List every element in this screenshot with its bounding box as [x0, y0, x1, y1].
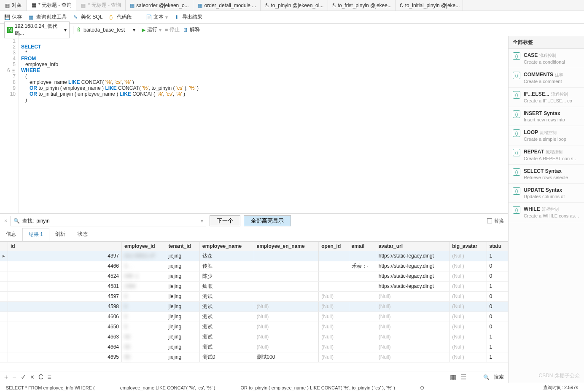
cell[interactable]: 测试 [199, 291, 254, 301]
snippet-item[interactable]: ()REPEAT流程控制Create A REPEAT con search_c… [509, 145, 584, 165]
x-icon[interactable]: × [30, 373, 34, 381]
cell[interactable]: jiejing [166, 271, 199, 281]
cell[interactable] [349, 322, 376, 332]
add-button[interactable]: + [4, 373, 8, 381]
cell[interactable]: 4695 [8, 352, 122, 362]
cell[interactable]: (Null) [376, 352, 449, 362]
chevron-down-icon[interactable]: ▾ [201, 218, 203, 224]
cell[interactable]: (Null) [376, 322, 449, 332]
cell[interactable]: (Null) [254, 301, 319, 311]
cell[interactable] [0, 281, 8, 291]
snippet-item[interactable]: ()INSERT SyntaxInsert new rows into [509, 107, 584, 126]
cell[interactable] [0, 342, 8, 352]
cell[interactable]: (Null) [449, 291, 487, 301]
cell[interactable]: 0 [487, 271, 508, 281]
col-tenant_id[interactable]: tenant_id [166, 242, 199, 251]
table-row[interactable]: 466300jiejing测试(Null)(Null)(Null)(Null)1 [0, 332, 508, 342]
tab-status[interactable]: 状态 [72, 228, 94, 241]
cell[interactable]: (Null) [449, 311, 487, 322]
cell[interactable] [349, 271, 376, 281]
cell[interactable]: 0 [487, 322, 508, 332]
cell[interactable]: 4466 [8, 261, 122, 271]
cell[interactable]: 0 [122, 301, 166, 311]
cell[interactable]: 传胜 [199, 261, 254, 271]
cell[interactable]: 测试 [199, 322, 254, 332]
cell[interactable]: 灿顺 [199, 281, 254, 291]
grid-view-icon[interactable]: ▦ [450, 373, 456, 381]
cell[interactable]: (Null) [254, 322, 319, 332]
col-ptr[interactable] [0, 242, 8, 251]
cell[interactable]: jiejing [166, 251, 199, 261]
cell[interactable] [0, 301, 8, 311]
table-row[interactable]: 4466 2. .jiejing传胜禾泰：-https://static-leg… [0, 261, 508, 271]
cell[interactable] [349, 301, 376, 311]
cell[interactable] [0, 261, 8, 271]
tab-order-detail[interactable]: ▦order_detail_module ... [193, 0, 261, 11]
explain-button[interactable]: 🗏解释 [183, 26, 200, 33]
export-button[interactable]: ⬇导出结果 [175, 13, 202, 21]
cell[interactable]: (Null) [449, 322, 487, 332]
cell[interactable] [254, 271, 319, 281]
snippet-item[interactable]: ()UPDATE SyntaxUpdates columns of [509, 184, 584, 203]
cell[interactable] [349, 251, 376, 261]
cell[interactable]: jiejing [166, 342, 199, 352]
cell[interactable]: (Null) [319, 332, 349, 342]
cell[interactable]: https://static-legacy.dingt [376, 251, 449, 261]
cell[interactable]: 测试 [199, 301, 254, 311]
snippet-item[interactable]: ()LOOP流程控制Create a simple loop [509, 126, 584, 145]
cell[interactable]: (Null) [376, 311, 449, 322]
code-block-button[interactable]: ()代码段 [109, 13, 132, 21]
cell[interactable] [0, 271, 8, 281]
tab-to-pinyin[interactable]: fₓto_pinyin @jekeen_ol... [261, 0, 328, 11]
cell[interactable]: 0 [487, 291, 508, 301]
check-icon[interactable]: ✓ [21, 373, 26, 381]
cell[interactable] [254, 281, 319, 291]
cell[interactable]: 049 .1 [122, 271, 166, 281]
cell[interactable]: 00 [122, 342, 166, 352]
tab-to-initial-pinyin[interactable]: fₓto_initial_pinyin @jeke... [396, 0, 463, 11]
cell[interactable]: (Null) [254, 311, 319, 322]
col-id[interactable]: id [8, 242, 122, 251]
cell[interactable]: 陈少 [199, 271, 254, 281]
cell[interactable]: https://static-legacy.dingt [376, 271, 449, 281]
cell[interactable]: (Null) [319, 291, 349, 301]
table-row[interactable]: 46500jiejing测试(Null)(Null)(Null)(Null)0 [0, 322, 508, 332]
cell[interactable]: 测试000 [254, 352, 319, 362]
col-open_id[interactable]: open_id [319, 242, 349, 251]
table-row[interactable]: 45970jiejing测试(Null)(Null)(Null)0 [0, 291, 508, 301]
cell[interactable] [349, 291, 376, 301]
cell[interactable]: 测试0 [199, 352, 254, 362]
cell[interactable]: (Null) [449, 271, 487, 281]
cell[interactable]: 4650 [8, 322, 122, 332]
beautify-button[interactable]: ✎美化 SQL [73, 13, 102, 21]
table-row[interactable]: 46060jiejing测试(Null)(Null)(Null)(Null)0 [0, 311, 508, 322]
cell[interactable] [319, 281, 349, 291]
highlight-all-button[interactable]: 全部高亮显示 [244, 215, 291, 226]
cell[interactable]: (Null) [449, 281, 487, 291]
cell[interactable] [319, 251, 349, 261]
cell[interactable]: 1 [487, 332, 508, 342]
cell[interactable]: (Null) [449, 301, 487, 311]
next-button[interactable]: 下一个 [210, 215, 240, 226]
col-statu[interactable]: statu [487, 242, 508, 251]
col-avatar_url[interactable]: avatar_url [376, 242, 449, 251]
cell[interactable]: 4606 [8, 311, 122, 322]
tab-objects[interactable]: ▦对象 [0, 0, 27, 11]
code-editor[interactable]: 123456 ⊟78910 SELECT * FROM employee_inf… [0, 36, 508, 213]
cell[interactable]: jiejing [166, 352, 199, 362]
tab-saleorder[interactable]: ▦saleorder @jekeen_o... [126, 0, 193, 11]
save-button[interactable]: 💾保存 [4, 13, 22, 21]
close-icon[interactable]: × [4, 218, 7, 224]
cell[interactable]: 1 [487, 342, 508, 352]
cell[interactable]: jiejing [166, 291, 199, 301]
tab-query-gray[interactable]: ▦* 无标题 - 查询 [76, 0, 126, 11]
cell[interactable]: ▸ [0, 251, 8, 261]
run-button[interactable]: ▶运行 ▾ [142, 26, 161, 33]
snippet-item[interactable]: ()IF...ELSE...流程控制Create a IF...ELSE... … [509, 88, 584, 107]
cell[interactable]: (Null) [449, 261, 487, 271]
cell[interactable]: 0 [487, 311, 508, 322]
cell[interactable] [254, 291, 319, 301]
cell[interactable]: (Null) [254, 332, 319, 342]
replace-toggle[interactable]: 替换 [487, 217, 504, 225]
cell[interactable]: https://static-legacy.dingt [376, 261, 449, 271]
